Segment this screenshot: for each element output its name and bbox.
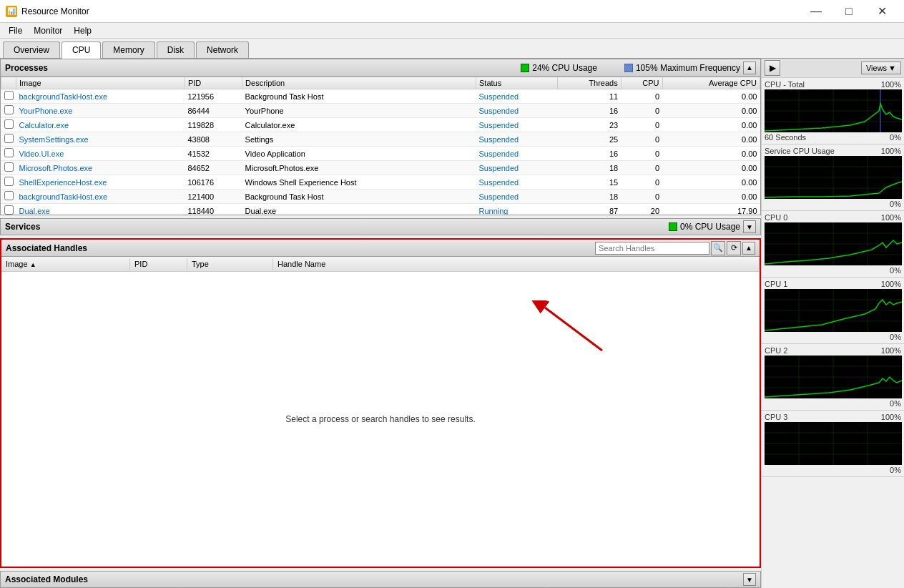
handles-header: Associated Handles 🔍 ⟳ ▲ (1, 240, 760, 257)
chart-cpu0-pct: 100% (881, 213, 901, 222)
col-status[interactable]: Status (476, 77, 557, 89)
row-checkbox[interactable] (4, 134, 14, 143)
tab-disk[interactable]: Disk (157, 41, 195, 58)
table-row[interactable]: Video.UI.exe 41532 Video Application Sus… (1, 147, 760, 161)
table-row[interactable]: Calculator.exe 119828 Calculator.exe Sus… (1, 118, 760, 132)
chart-cpu2-svg (765, 356, 902, 398)
menu-monitor[interactable]: Monitor (28, 24, 68, 37)
processes-section-header[interactable]: Processes 24% CPU Usage 105% Maximum Fre… (0, 59, 761, 76)
app-title: Resource Monitor (21, 6, 89, 16)
cell-cpu: 0 (621, 89, 662, 104)
handles-col-handlename[interactable]: Handle Name (273, 258, 760, 270)
chart-cpu3: CPU 3 100% 0% (762, 411, 904, 477)
cell-status: Suspended (476, 132, 557, 147)
handles-col-image[interactable]: Image ▲ (1, 258, 130, 270)
handles-search-input[interactable] (595, 242, 709, 255)
chart-service-cpu: Service CPU Usage 100% (762, 144, 904, 211)
table-row[interactable]: ShellExperienceHost.exe 106176 Windows S… (1, 175, 760, 190)
table-row[interactable]: SystemSettings.exe 43808 Settings Suspen… (1, 132, 760, 147)
row-checkbox[interactable] (4, 205, 14, 215)
table-row[interactable]: backgroundTaskHost.exe 121400 Background… (1, 190, 760, 204)
menu-file[interactable]: File (3, 24, 28, 37)
maximize-button[interactable]: □ (832, 0, 865, 23)
cell-image: Calculator.exe (16, 118, 185, 132)
cell-description: Background Task Host (242, 89, 476, 104)
chart-cpu1: CPU 1 100% 0% (762, 278, 904, 344)
handles-refresh-button[interactable]: ⟳ (727, 241, 741, 255)
max-freq-text: 105% Maximum Frequency (636, 63, 740, 73)
col-cpu[interactable]: CPU (621, 77, 662, 89)
chart-cpu-total-canvas (765, 89, 902, 132)
col-description[interactable]: Description (242, 77, 476, 89)
col-pid[interactable]: PID (185, 77, 242, 89)
table-row[interactable]: Dual.exe 118440 Dual.exe Running 87 20 1… (1, 204, 760, 216)
handles-col-pid[interactable]: PID (130, 258, 187, 270)
cell-avgcpu: 0.00 (662, 175, 760, 190)
handles-col-type[interactable]: Type (187, 258, 273, 270)
chart-cpu2: CPU 2 100% 0% (762, 344, 904, 411)
minimize-button[interactable]: — (800, 0, 832, 23)
handles-collapse-btn[interactable]: ▲ (742, 242, 755, 255)
services-collapse-btn[interactable]: ▼ (743, 220, 756, 233)
processes-collapse-btn[interactable]: ▲ (743, 62, 756, 74)
cell-status: Suspended (476, 118, 557, 132)
row-checkbox[interactable] (4, 191, 14, 200)
cpu-usage-badge: 24% CPU Usage (521, 63, 597, 73)
menu-help[interactable]: Help (68, 24, 97, 37)
col-threads[interactable]: Threads (558, 77, 622, 89)
close-button[interactable]: ✕ (865, 0, 898, 23)
chart-cpu0-canvas (765, 222, 902, 265)
cell-avgcpu: 0.00 (662, 118, 760, 132)
views-button[interactable]: Views ▼ (861, 62, 901, 74)
table-row[interactable]: backgroundTaskHost.exe 121956 Background… (1, 89, 760, 104)
cell-description: Windows Shell Experience Host (242, 175, 476, 190)
tab-network[interactable]: Network (196, 41, 249, 58)
cell-pid: 118440 (185, 204, 242, 216)
cell-status: Suspended (476, 147, 557, 161)
cell-status: Suspended (476, 104, 557, 118)
col-image[interactable]: Image (16, 77, 185, 89)
right-panel-nav-btn[interactable]: ▶ (765, 60, 780, 76)
associated-modules-section[interactable]: Associated Modules ▼ (0, 571, 761, 588)
cell-cpu: 0 (621, 132, 662, 147)
chart-cpu-total-pct: 100% (881, 80, 901, 89)
table-row[interactable]: YourPhone.exe 86444 YourPhone Suspended … (1, 104, 760, 118)
cell-threads: 16 (558, 147, 622, 161)
handles-title: Associated Handles (6, 243, 87, 253)
row-checkbox[interactable] (4, 105, 14, 114)
tab-overview[interactable]: Overview (3, 41, 60, 58)
tab-cpu[interactable]: CPU (62, 41, 101, 59)
cell-image: ShellExperienceHost.exe (16, 175, 185, 190)
row-checkbox[interactable] (4, 148, 14, 157)
row-checkbox[interactable] (4, 162, 14, 172)
handles-search-button[interactable]: 🔍 (711, 241, 725, 255)
modules-collapse-btn[interactable]: ▼ (743, 573, 756, 586)
title-bar: 📊 Resource Monitor — □ ✕ (0, 0, 904, 23)
freq-badge: 105% Maximum Frequency (624, 63, 740, 73)
table-row[interactable]: Microsoft.Photos.exe 84652 Microsoft.Pho… (1, 161, 760, 175)
cell-cpu: 0 (621, 118, 662, 132)
cell-status: Suspended (476, 161, 557, 175)
processes-title: Processes (5, 63, 48, 73)
col-avgcpu[interactable]: Average CPU (662, 77, 760, 89)
chart-cpu-total-label: CPU - Total (765, 80, 805, 89)
processes-table-wrapper: Image PID Description Status Threads CPU… (0, 76, 761, 215)
row-checkbox[interactable] (4, 119, 14, 129)
green-dot-icon (521, 64, 529, 72)
row-checkbox[interactable] (4, 177, 14, 186)
cell-avgcpu: 0.00 (662, 161, 760, 175)
services-cpu-text: 0% CPU Usage (680, 222, 740, 232)
row-checkbox[interactable] (4, 91, 14, 100)
services-section-header[interactable]: Services 0% CPU Usage ▼ (0, 218, 761, 235)
svg-line-1 (545, 308, 602, 351)
tab-memory[interactable]: Memory (102, 41, 154, 58)
chart-cpu2-pct: 100% (881, 346, 901, 355)
cell-threads: 23 (558, 118, 622, 132)
chart-cpu1-canvas (765, 289, 902, 332)
chart-cpu3-svg (765, 422, 902, 465)
views-label: Views (866, 64, 887, 72)
blue-rect-icon (624, 64, 633, 72)
cell-threads: 18 (558, 190, 622, 204)
chart-cpu1-label: CPU 1 (765, 280, 787, 288)
cell-avgcpu: 0.00 (662, 132, 760, 147)
